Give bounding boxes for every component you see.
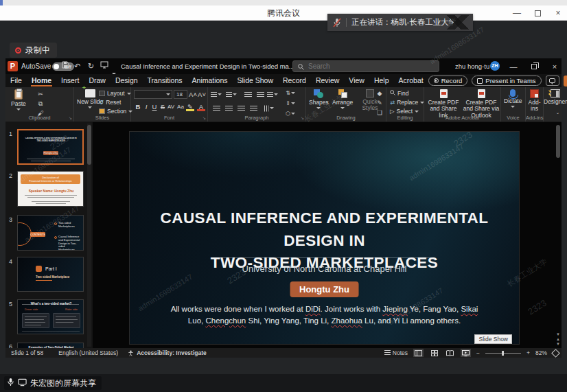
- tab-help[interactable]: Help: [369, 74, 394, 87]
- slide-indicator[interactable]: Slide 1 of 58: [11, 349, 43, 356]
- zoom-slider-thumb[interactable]: [502, 351, 504, 356]
- columns-button[interactable]: [263, 104, 274, 113]
- bullets-button[interactable]: [211, 90, 222, 99]
- comments-button[interactable]: [546, 76, 559, 86]
- slide-scrollbar-thumb[interactable]: [556, 125, 560, 158]
- paste-button[interactable]: Paste: [11, 89, 26, 111]
- monitor-icon[interactable]: [18, 377, 27, 389]
- account-user-name[interactable]: zhu hong-tu: [455, 58, 489, 74]
- font-color-button[interactable]: A: [197, 102, 205, 111]
- previous-slide-icon[interactable]: ▲: [556, 337, 560, 341]
- tab-record[interactable]: Record: [278, 74, 311, 87]
- addins-button[interactable]: Add-ins: [526, 89, 543, 113]
- ppt-restore-button[interactable]: [530, 62, 538, 71]
- tab-acrobat[interactable]: Acrobat: [394, 74, 428, 87]
- tab-design[interactable]: Design: [111, 74, 143, 87]
- align-text-button[interactable]: ⇕: [285, 99, 296, 108]
- font-size-combo[interactable]: 18: [174, 90, 187, 99]
- zoom-in-button[interactable]: +: [526, 349, 530, 356]
- slide-thumbnail-1[interactable]: CAUSAL INFERENCE AND EXPERIMENTAL DESIGN…: [17, 129, 84, 165]
- collapse-ribbon-chevron-icon[interactable]: ˇ: [557, 112, 559, 119]
- layout-button[interactable]: Layout: [99, 90, 131, 97]
- tab-review[interactable]: Review: [311, 74, 344, 87]
- present-in-teams-button[interactable]: Present in Teams: [472, 76, 541, 86]
- slide-thumbnail-5[interactable]: What's a two-sided market? Driver side R…: [17, 299, 84, 334]
- maximize-button[interactable]: [533, 8, 542, 18]
- slide-area-scrollbar[interactable]: ▼ ▲ ▼: [555, 122, 561, 348]
- search-bar[interactable]: [292, 60, 439, 72]
- shape-outline-button[interactable]: ✎: [375, 99, 384, 107]
- line-spacing-button[interactable]: [267, 90, 278, 99]
- normal-view-button[interactable]: [413, 349, 424, 357]
- tab-insert[interactable]: Insert: [56, 74, 84, 87]
- tab-animations[interactable]: Animations: [187, 74, 233, 87]
- slide-thumbnail-6[interactable]: Examples of Two-Sided Market: [17, 343, 84, 348]
- cut-button[interactable]: ✂: [36, 90, 45, 98]
- tab-home[interactable]: Home: [27, 74, 56, 87]
- thumbnail-scrollbar[interactable]: [87, 124, 91, 347]
- italic-button[interactable]: I: [142, 102, 150, 111]
- ppt-close-button[interactable]: ×: [551, 62, 559, 71]
- mic-icon[interactable]: [7, 377, 14, 389]
- slide-canvas[interactable]: CAUSAL INFERENCE AND EXPERIMENTAL DESIGN…: [129, 131, 520, 345]
- zoom-out-button[interactable]: −: [476, 349, 480, 356]
- close-button[interactable]: ×: [553, 8, 563, 18]
- minimize-button[interactable]: —: [512, 8, 522, 18]
- search-input[interactable]: [308, 62, 425, 70]
- dictate-button[interactable]: Dictate: [504, 89, 522, 108]
- record-button[interactable]: Record: [428, 76, 468, 86]
- clipboard-dialog-launcher[interactable]: ↘: [69, 115, 72, 120]
- reset-button[interactable]: ↺Reset: [99, 99, 121, 106]
- tab-slide-show[interactable]: Slide Show: [233, 74, 279, 87]
- slideshow-from-start-icon[interactable]: [99, 61, 109, 71]
- font-dialog-launcher[interactable]: ↘: [202, 115, 206, 120]
- save-icon[interactable]: [60, 61, 71, 71]
- arrange-button[interactable]: Arrange: [332, 89, 353, 109]
- align-left-button[interactable]: [211, 104, 222, 113]
- find-button[interactable]: Find: [390, 90, 409, 97]
- slideshow-view-button[interactable]: [461, 349, 471, 357]
- scroll-down-icon[interactable]: ▼: [556, 332, 560, 336]
- replace-button[interactable]: ⇄Replace: [390, 99, 424, 106]
- paragraph-dialog-launcher[interactable]: ↘: [301, 115, 304, 120]
- character-spacing-button[interactable]: AV: [167, 102, 175, 111]
- justify-button[interactable]: [248, 104, 259, 113]
- slide-thumbnail-3[interactable]: CONTENTS Two-sided Marketplaces Causal I…: [17, 215, 84, 251]
- text-direction-button[interactable]: ⇅: [285, 89, 296, 97]
- zoom-slider[interactable]: [485, 353, 521, 354]
- tab-file[interactable]: File: [5, 74, 27, 87]
- copy-button[interactable]: ⧉: [36, 100, 45, 108]
- select-button[interactable]: ▷Select: [390, 108, 419, 115]
- ppt-minimize-button[interactable]: —: [509, 62, 518, 71]
- notes-button[interactable]: Notes: [384, 349, 408, 356]
- shape-fill-button[interactable]: ◆: [375, 89, 384, 97]
- tab-view[interactable]: View: [344, 74, 369, 87]
- shrink-font-button[interactable]: A˅: [198, 90, 206, 99]
- designer-button[interactable]: Designer: [544, 89, 567, 105]
- grow-font-button[interactable]: A˄: [189, 90, 197, 99]
- next-slide-icon[interactable]: ▼: [556, 342, 560, 346]
- slide-thumbnail-2[interactable]: Declaration ofFinancial Interests or Rel…: [17, 171, 84, 207]
- underline-button[interactable]: U: [150, 102, 159, 111]
- language-indicator[interactable]: English (United States): [58, 349, 118, 356]
- align-right-button[interactable]: [235, 104, 246, 113]
- bold-button[interactable]: B: [134, 102, 142, 111]
- slide-sorter-view-button[interactable]: [429, 349, 439, 357]
- section-button[interactable]: Section: [99, 108, 132, 115]
- tab-draw[interactable]: Draw: [84, 74, 111, 87]
- thumbnail-scrollbar-thumb[interactable]: [87, 125, 91, 165]
- align-center-button[interactable]: [223, 104, 234, 113]
- increase-indent-button[interactable]: [255, 90, 266, 99]
- share-button[interactable]: Share: [564, 76, 567, 87]
- zoom-percent[interactable]: 82%: [535, 349, 547, 356]
- change-case-button[interactable]: Aa: [176, 102, 185, 111]
- redo-icon[interactable]: ↻: [86, 61, 96, 71]
- fit-slide-to-window-icon[interactable]: [551, 349, 560, 358]
- shapes-button[interactable]: Shapes: [309, 89, 329, 109]
- tab-transitions[interactable]: Transitions: [143, 74, 187, 87]
- accessibility-status[interactable]: Accessibility: Investigate: [137, 349, 207, 356]
- font-name-combo[interactable]: [134, 90, 172, 99]
- slide-thumbnail-4[interactable]: Part I Two-sided Marketplace: [17, 257, 84, 292]
- strikethrough-button[interactable]: S: [159, 102, 167, 111]
- undo-icon[interactable]: ↶: [72, 61, 82, 71]
